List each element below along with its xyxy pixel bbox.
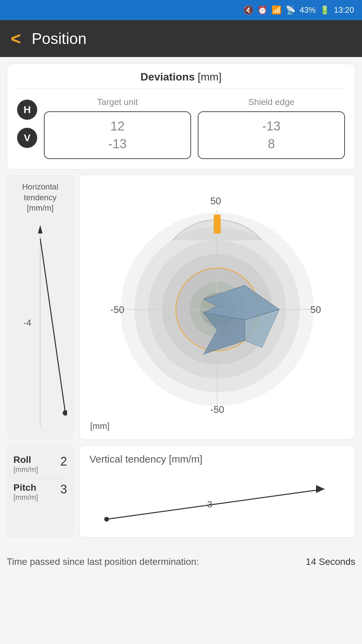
target-unit-label: Target unit [44,97,191,107]
svg-marker-1 [38,225,43,233]
target-unit-h-value: 12 [53,117,182,135]
roll-value: 2 [60,454,67,469]
tendency-chart-container: -4 [12,218,68,433]
shield-edge-h-value: -13 [206,117,336,135]
middle-section: Horizontal tendency [mm/m] -4 [7,175,355,440]
shield-edge-v-value: 8 [206,135,336,153]
back-button[interactable]: < [11,30,21,47]
roll-pitch-panel: Roll [mm/m] 2 Pitch [mm/m] 3 [7,445,74,538]
battery-icon: 🔋 [320,5,330,15]
alarm-icon: ⏰ [257,5,267,15]
pitch-name: Pitch [13,482,38,493]
main-content: Deviations [mm] H V Target unit 12 -13 S… [0,57,362,550]
radar-panel: -50 50 -50 50 [mm] [79,175,355,440]
status-icons: 🔇 ⏰ 📶 📡 43% 🔋 13:20 [243,5,354,15]
hv-labels: H V [17,100,37,148]
footer-row: Time passed since last position determin… [7,556,355,567]
target-unit-section: Target unit 12 -13 [44,97,191,159]
page-title: Position [32,30,86,48]
deviations-unit: [mm] [198,71,222,83]
svg-marker-24 [316,485,324,493]
radar-svg: -50 50 -50 50 [86,182,348,423]
signal-icon: 📡 [286,5,296,15]
vertical-tendency-title: Vertical tendency [mm/m] [89,453,345,465]
mute-icon: 🔇 [243,5,253,15]
status-bar: 🔇 ⏰ 📶 📡 43% 🔋 13:20 [0,0,362,20]
pitch-label-section: Pitch [mm/m] [13,482,38,502]
v-badge: V [17,128,37,148]
wifi-icon: 📶 [272,5,282,15]
pitch-row: Pitch [mm/m] 3 [13,478,67,506]
pitch-value: 3 [60,482,67,496]
shield-edge-label: Shield edge [198,97,345,107]
roll-name: Roll [13,454,38,465]
horizontal-tendency-label: Horizontal tendency [mm/m] [12,181,68,213]
bottom-section: Roll [mm/m] 2 Pitch [mm/m] 3 Vertical te… [7,445,355,538]
vertical-tendency-panel: Vertical tendency [mm/m] 3 [79,445,355,538]
roll-row: Roll [mm/m] 2 [13,450,67,478]
svg-rect-15 [214,215,221,234]
battery-level: 43% [300,5,316,15]
clock-time: 13:20 [334,5,354,15]
target-unit-v-value: -13 [53,135,182,153]
horizontal-tendency-panel: Horizontal tendency [mm/m] -4 [7,175,74,440]
svg-point-25 [104,517,109,522]
svg-line-2 [40,238,65,413]
svg-text:3: 3 [207,499,213,509]
roll-unit: [mm/m] [13,465,38,474]
shield-edge-section: Shield edge -13 8 [198,97,345,159]
shield-edge-box: -13 8 [198,111,345,159]
svg-text:-50: -50 [210,405,224,415]
svg-text:50: 50 [310,304,321,315]
svg-point-3 [63,410,67,416]
roll-label-section: Roll [mm/m] [13,454,38,474]
footer-description: Time passed since last position determin… [7,556,199,567]
horizontal-tendency-svg: -4 [13,218,67,433]
vt-chart-container: 3 [89,476,345,529]
header: < Position [0,20,362,57]
footer: Time passed since last position determin… [0,550,362,574]
svg-text:50: 50 [210,196,221,206]
svg-text:-50: -50 [110,304,124,315]
radar-mm-label: [mm] [90,421,110,431]
target-unit-box: 12 -13 [44,111,191,159]
vertical-tendency-svg: 3 [89,476,345,529]
svg-text:-4: -4 [23,318,31,328]
deviations-title: Deviations [mm] [17,71,345,89]
deviations-panel: Deviations [mm] H V Target unit 12 -13 S… [7,64,355,169]
pitch-unit: [mm/m] [13,493,38,502]
h-badge: H [17,100,37,120]
footer-time: 14 Seconds [306,556,355,567]
deviations-row: H V Target unit 12 -13 Shield edge -13 8 [17,97,345,159]
svg-line-23 [107,489,324,519]
